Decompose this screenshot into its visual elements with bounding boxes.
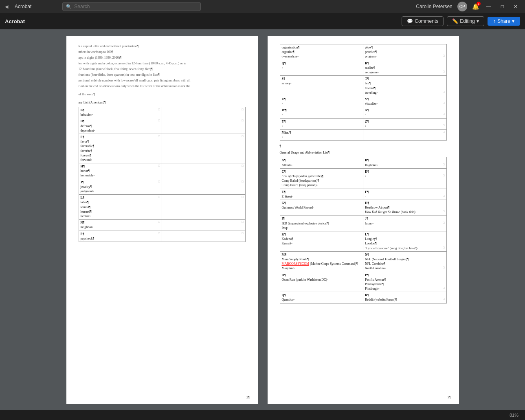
table-row: M¶ Main Supply Route¶ MARCORSYSCOM (Mari…	[280, 251, 446, 272]
app-logo-title: Acrobat	[15, 4, 31, 9]
chevron-down-icon: ▾	[477, 18, 479, 24]
table-row: C¶ Call of Duty (video game title)¶ Camp…	[280, 168, 446, 189]
notification-badge: 1	[477, 2, 481, 6]
table-row: O¶ Oxen Run (park in Washinton DC)◦ P¶ P…	[280, 272, 446, 292]
page-2: h a capital letter and end without punct…	[66, 36, 258, 404]
page2-list-title: ary List (American)¶	[79, 100, 246, 105]
share-button[interactable]: ↑ Share ▾	[488, 17, 520, 26]
table-row: F¶□ favor¶ favorable¶ favorite¶ forever¶…	[79, 134, 245, 163]
close-button[interactable]: ✕	[511, 4, 520, 9]
page2-text1: h a capital letter and end without punct…	[79, 44, 246, 49]
share-icon: ↑	[493, 18, 496, 24]
page2-text4: ten with digits and a colon, expressed i…	[79, 61, 246, 66]
titlebar-right: Carolin Petersen CP 🔔 1 — □ ✕	[416, 2, 520, 11]
table-row: Y¶◦ Z¶◦□	[280, 118, 446, 129]
page2-text7: portional oldstyle numbers with lowercas…	[79, 78, 246, 83]
statusbar: 81%	[0, 410, 525, 420]
minimize-button[interactable]: —	[484, 4, 494, 9]
page2-number: 2¶	[246, 395, 250, 400]
document-area[interactable]: h a capital letter and end without punct…	[0, 29, 525, 410]
editing-button[interactable]: ✏️ Editing ▾	[447, 16, 484, 26]
table-row: P¶□ paycheck¶ □	[79, 231, 245, 242]
table-row: B¶□ behavior◦ □	[79, 107, 245, 118]
table-row: G¶Guinness World Record◦ H¶ Heathrow Air…	[280, 200, 446, 215]
table-row: W¶◦ X¶◦□	[280, 107, 446, 118]
share-chevron-icon: ▾	[512, 18, 514, 24]
toolbar-right: 💬 Comments ✏️ Editing ▾ ↑ Share ▾	[402, 16, 520, 26]
table-row: Q¶◦ R¶realize¶recognize◦□	[280, 60, 446, 76]
avatar: CP	[457, 2, 467, 11]
page-3: organization¶ organize¶ overanalyze◦ plo…	[268, 36, 459, 404]
table-row: I¶ IED (improvised explosive device)¶ Ir…	[280, 215, 446, 231]
maximize-button[interactable]: □	[499, 4, 506, 9]
search-icon: 🔍	[66, 4, 72, 9]
zoom-level: 81%	[510, 413, 518, 418]
table-row: J¶□ jewelry¶ judgment◦ □	[79, 179, 245, 195]
table-row: H¶□ honor¶ honorably◦ □	[79, 163, 245, 179]
table-row: Q¶ Quantico◦ R¶ Reddit (website/forum)¶ …	[280, 292, 446, 303]
page2-text6: fractions (four-fifths, three quarters) …	[79, 73, 246, 77]
table-row: L¶□ labor¶ leaned¶ learned¶ license◦ □	[79, 195, 245, 220]
page2-text5: 12-hour time (four o'clock, five-thirty,…	[79, 67, 246, 72]
comments-icon: 💬	[407, 18, 413, 24]
page2-text9: of the word¶	[79, 92, 246, 97]
search-bar: 🔍	[62, 2, 201, 11]
page3-general-table: A¶Atlanta◦ B¶Baghdad◦□ C¶ Call of Duty (…	[280, 157, 447, 303]
page3-general-title: General Usage and Abbreviation List¶	[280, 150, 447, 155]
user-name: Carolin Petersen	[416, 4, 452, 9]
table-row: A¶Atlanta◦ B¶Baghdad◦□	[280, 157, 446, 168]
comments-button[interactable]: 💬 Comments	[402, 16, 444, 26]
notification-button[interactable]: 🔔 1	[472, 3, 479, 10]
table-row: Misc.¶◦ □	[280, 130, 446, 141]
search-input[interactable]	[74, 4, 197, 9]
table-row: D¶□ defense¶ dependent◦ □	[79, 118, 245, 134]
table-row: E¶E Street◦ F¶◦□	[280, 189, 446, 200]
table-row: N¶□ neighbor◦ □	[79, 220, 245, 231]
table-row: S¶savory◦ T¶tire¶toward¶traveling◦□	[280, 76, 446, 96]
page2-text8: riod on the end of abbreviations only wh…	[79, 84, 246, 89]
menubar: Acrobat 💬 Comments ✏️ Editing ▾ ↑ Share …	[0, 13, 525, 29]
page2-text2: mbers in words up to 100¶	[79, 50, 246, 55]
table-row: organization¶ organize¶ overanalyze◦ plo…	[280, 44, 446, 60]
page2-table: B¶□ behavior◦ □ D¶□ defense¶ dependent◦	[79, 107, 246, 242]
page3-number: 3¶	[448, 395, 451, 400]
page2-text3: ays in digits (1999, 1890, 2010)¶	[79, 55, 246, 60]
table-row: K¶ Kadena¶ Kuwait◦ L¶ Langley¶ London¶ "…	[280, 231, 446, 252]
edit-icon: ✏️	[452, 18, 458, 24]
page3-para-mark: ¶	[280, 144, 447, 149]
page3-spelling-table: organization¶ organize¶ overanalyze◦ plo…	[280, 44, 447, 141]
back-nav[interactable]: ◀	[5, 4, 8, 9]
titlebar: ◀ Acrobat 🔍 Carolin Petersen CP 🔔 1 — □ …	[0, 0, 525, 13]
table-row: U¶◦ V¶visualize◦□	[280, 96, 446, 107]
app-name: Acrobat	[5, 18, 25, 24]
